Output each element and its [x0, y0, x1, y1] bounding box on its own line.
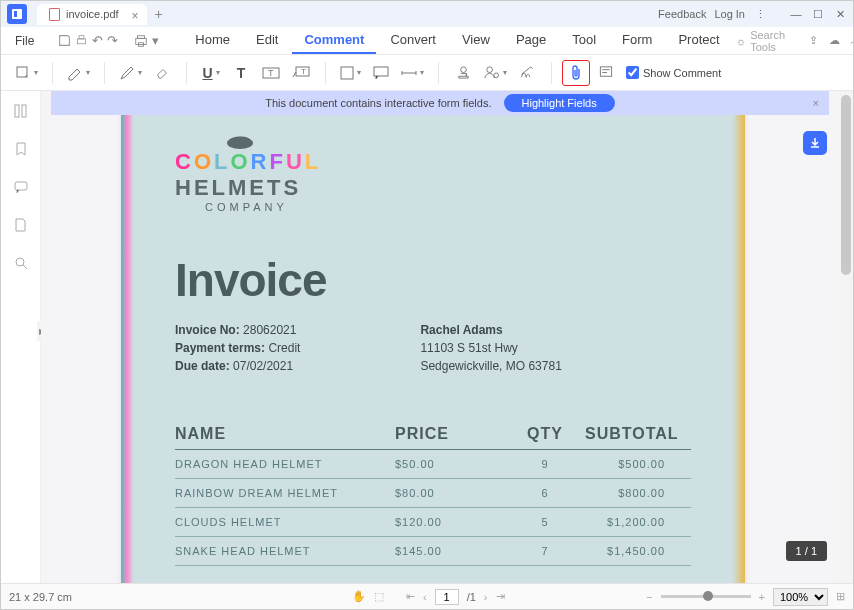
invoice-meta-left: Invoice No: 28062021 Payment terms: Cred… [175, 321, 300, 375]
tab-label: invoice.pdf [66, 8, 119, 20]
menu-tool[interactable]: Tool [560, 27, 608, 54]
svg-rect-19 [22, 105, 26, 117]
zoom-out-icon[interactable]: − [646, 591, 652, 603]
speech-tool[interactable] [367, 60, 395, 86]
menu-view[interactable]: View [450, 27, 502, 54]
search-tools-label[interactable]: Search Tools [750, 29, 798, 53]
undo-icon[interactable]: ↶ [92, 32, 103, 50]
tab-close-icon[interactable]: × [132, 9, 139, 23]
page-canvas: COLORFUL HELMETS COMPANY Invoice Invoice… [121, 91, 745, 583]
svg-rect-17 [600, 67, 611, 76]
app-icon [7, 4, 27, 24]
callout-tool[interactable]: T [287, 60, 315, 86]
last-page-icon[interactable]: ⇥ [496, 590, 505, 603]
eraser-tool[interactable] [148, 60, 176, 86]
signature-tool[interactable] [513, 60, 541, 86]
menu-home[interactable]: Home [183, 27, 242, 54]
download-button[interactable] [803, 131, 827, 155]
first-page-icon[interactable]: ⇤ [406, 590, 415, 603]
minimize-button[interactable]: — [789, 7, 803, 21]
highlight-tool[interactable]: ▾ [63, 60, 94, 86]
dropdown-icon[interactable]: ▾ [152, 32, 159, 50]
show-comment-toggle[interactable]: Show Comment [626, 66, 721, 79]
svg-rect-2 [78, 39, 86, 44]
text-tool[interactable]: T [227, 60, 255, 86]
prev-page-icon[interactable]: ‹ [423, 591, 427, 603]
svg-rect-5 [138, 35, 145, 38]
menu-protect[interactable]: Protect [666, 27, 731, 54]
underline-tool[interactable]: U▾ [197, 60, 225, 86]
menu-page[interactable]: Page [504, 27, 558, 54]
titlebar: invoice.pdf × + Feedback Log In ⋮ — ☐ ✕ [1, 1, 853, 27]
table-row: RAINBOW DREAM HELMET$80.006$800.00 [175, 479, 691, 508]
menu-convert[interactable]: Convert [378, 27, 448, 54]
chat-icon[interactable] [11, 177, 31, 197]
select-tool-icon[interactable]: ⬚ [374, 590, 384, 603]
page-icon[interactable] [11, 215, 31, 235]
save-icon[interactable] [58, 32, 71, 50]
search-icon[interactable] [11, 253, 31, 273]
company-logo: COLORFUL HELMETS COMPANY [175, 131, 691, 213]
more-icon[interactable]: ⋮ [753, 7, 767, 21]
page-indicator: 1 / 1 [786, 541, 827, 561]
banner-close-icon[interactable]: × [813, 97, 819, 109]
zoom-in-icon[interactable]: + [759, 591, 765, 603]
table-header: PRICE [395, 425, 505, 443]
collapse-icon[interactable]: ︿ [850, 34, 855, 48]
form-banner: This document contains interactive form … [51, 91, 829, 115]
tab-add-button[interactable]: + [155, 6, 163, 22]
menu-tabs: HomeEditCommentConvertViewPageToolFormPr… [183, 27, 731, 54]
scrollbar-thumb[interactable] [841, 95, 851, 275]
print2-icon[interactable] [134, 32, 148, 50]
show-comment-checkbox[interactable] [626, 66, 639, 79]
page-input[interactable] [435, 589, 459, 605]
svg-rect-3 [79, 36, 84, 39]
pencil-tool[interactable]: ▾ [115, 60, 146, 86]
invoice-title: Invoice [175, 253, 691, 307]
menu-comment[interactable]: Comment [292, 27, 376, 54]
logo-line3: COMPANY [205, 201, 691, 213]
redo-icon[interactable]: ↷ [107, 32, 118, 50]
logo-line2: HELMETS [175, 175, 691, 201]
fit-page-icon[interactable]: ⊞ [836, 590, 845, 603]
print-icon[interactable] [75, 32, 88, 50]
note-tool[interactable]: ▾ [11, 60, 42, 86]
table-header: NAME [175, 425, 395, 443]
file-menu[interactable]: File [7, 30, 42, 52]
svg-rect-7 [17, 67, 27, 77]
hand-tool-icon[interactable]: ✋ [352, 590, 366, 603]
thumbnails-icon[interactable] [11, 101, 31, 121]
shape-tool[interactable]: ▾ [336, 60, 365, 86]
tab-invoice[interactable]: invoice.pdf × [37, 4, 147, 25]
close-window-button[interactable]: ✕ [833, 7, 847, 21]
svg-point-14 [460, 67, 466, 73]
next-page-icon[interactable]: › [484, 591, 488, 603]
share-icon[interactable]: ⇪ [808, 34, 819, 48]
measure-tool[interactable]: ▾ [397, 60, 428, 86]
page-dimensions: 21 x 29.7 cm [9, 591, 72, 603]
feedback-link[interactable]: Feedback [658, 8, 706, 20]
svg-rect-12 [341, 67, 353, 79]
invoice-meta-right: Rachel Adams 11103 S 51st Hwy Sedgewickv… [420, 321, 561, 375]
zoom-slider[interactable] [661, 595, 751, 598]
menu-form[interactable]: Form [610, 27, 664, 54]
table-header: SUBTOTAL [585, 425, 695, 443]
menu-edit[interactable]: Edit [244, 27, 290, 54]
stamp-tool[interactable] [449, 60, 477, 86]
stamp-user-tool[interactable]: ▾ [479, 60, 511, 86]
comments-panel-tool[interactable] [592, 60, 620, 86]
textbox-tool[interactable]: T [257, 60, 285, 86]
vertical-scrollbar[interactable] [839, 91, 853, 583]
bookmark-icon[interactable] [11, 139, 31, 159]
svg-text:T: T [301, 67, 306, 76]
attachment-tool[interactable] [562, 60, 590, 86]
maximize-button[interactable]: ☐ [811, 7, 825, 21]
table-row: DRAGON HEAD HELMET$50.009$500.00 [175, 450, 691, 479]
svg-rect-1 [14, 11, 17, 17]
document-area: This document contains interactive form … [41, 91, 839, 583]
login-link[interactable]: Log In [714, 8, 745, 20]
zoom-select[interactable]: 100% [773, 588, 828, 606]
highlight-fields-button[interactable]: Highlight Fields [504, 94, 615, 112]
cloud-icon[interactable]: ☁ [829, 34, 840, 48]
svg-text:T: T [268, 68, 274, 78]
